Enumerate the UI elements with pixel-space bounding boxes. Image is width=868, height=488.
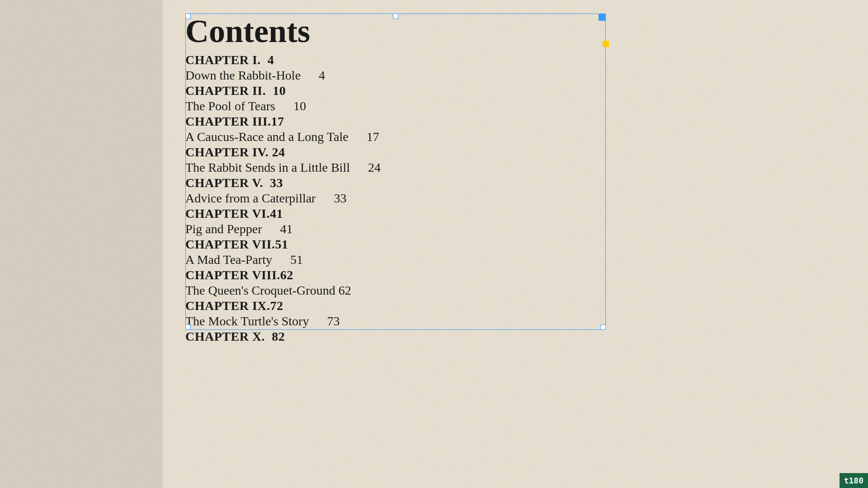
chapter-iv-line: CHAPTER IV. 24 — [185, 145, 606, 160]
chapter-ix-label: CHAPTER IX. — [185, 299, 270, 313]
chapter-i-page: 4 — [268, 53, 274, 67]
corner-badge: t180 — [840, 473, 868, 488]
entry-pool-tears-page: 10 — [293, 99, 306, 113]
entry-rabbit-sends-title: The Rabbit Sends in a Little Bill — [185, 160, 350, 174]
entry-rabbit-sends-page: 24 — [368, 160, 381, 174]
chapter-iii-line: CHAPTER III.17 — [185, 114, 606, 129]
chapter-iv-page: 24 — [272, 145, 285, 159]
entry-mock-turtle-title: The Mock Turtle's Story — [185, 314, 309, 328]
entry-caucus-race-page: 17 — [367, 130, 379, 144]
entry-caterpillar: Advice from a Caterpillar33 — [185, 191, 606, 206]
entry-rabbit-hole-page: 4 — [319, 68, 325, 82]
entry-pig-pepper: Pig and Pepper41 — [185, 222, 606, 236]
chapter-iv-label: CHAPTER IV. — [185, 145, 269, 159]
chapter-ii-label: CHAPTER II. — [185, 84, 266, 98]
chapter-iii-page: 17 — [271, 114, 284, 128]
chapter-i-line: CHAPTER I. 4 — [185, 53, 606, 67]
chapter-v-page: 33 — [270, 176, 283, 190]
chapter-iii-label: CHAPTER III. — [185, 114, 271, 128]
chapter-x-page: 82 — [272, 329, 285, 343]
chapter-ix-page: 72 — [270, 299, 283, 313]
entry-caucus-race: A Caucus-Race and a Long Tale17 — [185, 130, 606, 144]
chapter-vii-page: 51 — [275, 237, 288, 251]
entry-caterpillar-page: 33 — [334, 191, 346, 205]
main-content: Contents CHAPTER I. 4 Down the Rabbit-Ho… — [163, 0, 868, 488]
chapter-vi-line: CHAPTER VI.41 — [185, 206, 606, 221]
chapter-x-label: CHAPTER X. — [185, 329, 265, 343]
chapter-v-line: CHAPTER V. 33 — [185, 176, 606, 190]
chapter-viii-label: CHAPTER VIII. — [185, 268, 280, 282]
chapter-ii-line: CHAPTER II. 10 — [185, 84, 606, 98]
entry-rabbit-sends: The Rabbit Sends in a Little Bill24 — [185, 160, 606, 175]
left-sidebar — [0, 0, 163, 488]
entry-mad-tea-title: A Mad Tea-Party — [185, 253, 272, 267]
entry-mad-tea-page: 51 — [290, 253, 303, 267]
chapter-i-label: CHAPTER I. — [185, 53, 261, 67]
entry-rabbit-hole-title: Down the Rabbit-Hole — [185, 68, 301, 82]
entry-mock-turtle-page: 73 — [327, 314, 340, 328]
entry-queen-croquet-page: 62 — [339, 283, 351, 297]
entry-pool-tears-title: The Pool of Tears — [185, 99, 275, 113]
entry-queen-croquet-title: The Queen's Croquet-Ground — [185, 283, 335, 297]
chapter-vii-label: CHAPTER VII. — [185, 237, 275, 251]
chapter-vi-page: 41 — [270, 206, 283, 221]
contents-box: Contents CHAPTER I. 4 Down the Rabbit-Ho… — [185, 14, 606, 344]
entry-caterpillar-title: Advice from a Caterpillar — [185, 191, 316, 205]
chapter-ii-page: 10 — [273, 84, 286, 98]
entry-rabbit-hole: Down the Rabbit-Hole4 — [185, 68, 606, 83]
chapter-viii-line: CHAPTER VIII.62 — [185, 268, 606, 282]
entry-queen-croquet: The Queen's Croquet-Ground 62 — [185, 283, 606, 298]
chapter-vi-label: CHAPTER VI. — [185, 206, 270, 221]
entry-pool-tears: The Pool of Tears10 — [185, 99, 606, 113]
entry-mad-tea: A Mad Tea-Party51 — [185, 253, 606, 267]
chapter-viii-page: 62 — [280, 268, 293, 282]
entry-pig-pepper-page: 41 — [280, 222, 293, 236]
page-title: Contents — [185, 14, 606, 49]
entry-mock-turtle: The Mock Turtle's Story73 — [185, 314, 606, 328]
chapter-x-line: CHAPTER X. 82 — [185, 329, 606, 344]
chapter-v-label: CHAPTER V. — [185, 176, 263, 190]
entry-caucus-race-title: A Caucus-Race and a Long Tale — [185, 130, 349, 144]
entry-pig-pepper-title: Pig and Pepper — [185, 222, 262, 236]
chapter-ix-line: CHAPTER IX.72 — [185, 299, 606, 313]
chapter-vii-line: CHAPTER VII.51 — [185, 237, 606, 252]
